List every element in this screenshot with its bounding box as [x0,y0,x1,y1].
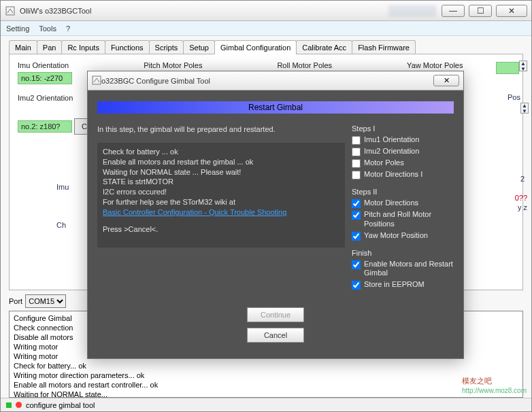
peek-pos-label: Pos [508,93,520,101]
watermark: 模友之吧 http://www.moz8.com [462,371,527,394]
chk-imu1-orientation[interactable]: Imu1 Orientation [352,135,454,145]
finish-title: Finish [352,249,454,257]
port-select[interactable]: COM15 [25,294,66,308]
maximize-button[interactable]: ☐ [469,5,492,17]
dialog-close-button[interactable]: ✕ [433,75,459,86]
menu-help[interactable]: ? [66,24,70,33]
log-line: Check for battery... ok [14,362,86,370]
log-line: Writing motor direction parameters... ok [14,371,144,379]
tab-gimbal-configuration[interactable]: Gimbal Configuration [214,40,297,54]
tab-rcinputs[interactable]: Rc Inputs [61,40,105,54]
peek-ch-short: Ch [56,221,66,229]
log-line: Configure Gimbal [14,314,72,322]
dialog-titlebar[interactable]: o323BGC Configure Gimbal Tool ✕ [88,71,463,90]
label-roll-poles: Roll Motor Poles [277,61,332,69]
steps2-title: Steps II [352,188,454,196]
peek-line-3: y z [518,203,527,211]
svg-rect-1 [93,76,101,84]
steps2-group: Steps II Motor Directions Pitch and Roll… [352,188,454,241]
label-imu-orientation: Imu Orientation [18,61,69,69]
tab-flash-firmware[interactable]: Flash Firmware [352,40,416,54]
log-line: Check connection [14,324,73,332]
dialog-icon [92,75,101,86]
dialog-log-line: Check for battery ... ok [103,147,339,157]
dialog-log-line: STATE is strtMOTOR [103,177,339,187]
tab-calibrate-acc[interactable]: Calibrate Acc [296,40,352,54]
chk-imu2-orientation[interactable]: Imu2 Orientation [352,147,454,156]
dialog-log-line: I2C errors occured! [103,187,339,197]
chk-yaw-position[interactable]: Yaw Motor Position [352,231,454,241]
finish-group: Finish Enable Motors and Restart Gimbal … [352,249,454,290]
window-title: OlliW's o323BGCTool [20,7,388,15]
dialog-press-cancel: Press >Cancel<. [103,224,339,235]
dialog-log-line: Enable all motors and restart the gimbal… [103,157,339,167]
menubar: Setting Tools ? [1,21,531,36]
port-label: Port [9,297,22,305]
close-button[interactable]: ✕ [496,5,527,17]
tab-functions[interactable]: Functions [105,40,150,54]
tabs: Main Pan Rc Inputs Functions Scripts Set… [9,40,523,54]
steps1-title: Steps I [352,124,454,133]
dialog-body: Restart Gimbal In this step, the gimbal … [88,90,463,358]
statusbar: configure gimbal tool [1,398,531,411]
dialog-left: In this step, the gimbal will be prepare… [97,124,352,298]
titlebar-blur [388,5,436,17]
tab-main[interactable]: Main [9,40,37,54]
log-line: Waiting for NORMAL state... [14,390,107,398]
imu2-orientation-value[interactable]: no.2: z180? [18,120,72,133]
tab-setup[interactable]: Setup [183,40,215,54]
status-green-icon [6,402,12,408]
dialog-heading: Restart Gimbal [97,101,454,114]
peek-line-2: 0?? [515,194,527,202]
dialog-buttons: Continue Cancel [88,298,463,351]
tab-pan[interactable]: Pan [37,40,63,54]
dialog-intro: In this step, the gimbal will be prepare… [97,124,345,135]
dialog-log-line: Waiting for NORMAL state ... Please wait… [103,167,339,177]
app-icon [5,5,16,16]
steps1-group: Steps I Imu1 Orientation Imu2 Orientatio… [352,124,454,179]
dialog-log-box: Check for battery ... ok Enable all moto… [97,143,345,247]
chk-store-eeprom[interactable]: Store in EEPROM [352,280,454,290]
configure-gimbal-dialog: o323BGC Configure Gimbal Tool ✕ Restart … [87,71,464,359]
minimize-button[interactable]: — [442,5,465,17]
chk-enable-restart[interactable]: Enable Motors and Restart Gimbal [352,260,454,279]
peek-line-0: 2 [520,175,525,183]
chk-motor-directions[interactable]: Motor Directions [352,199,454,208]
tab-scripts[interactable]: Scripts [149,40,184,54]
log-line: Enable all motors and restart controller… [14,381,158,389]
label-yaw-poles: Yaw Motor Poles [407,61,463,69]
status-red-icon [16,402,22,408]
chk-pitch-roll-positions[interactable]: Pitch and Roll Motor Positions [352,210,454,229]
dialog-steps-panel: Steps I Imu1 Orientation Imu2 Orientatio… [352,124,454,298]
window-controls: — ☐ ✕ [442,5,527,17]
log-line: Disable all motors [14,333,73,341]
dialog-help-link[interactable]: Basic Controller Configuration - Quick T… [103,208,286,216]
peek-green-box: ▲▼ [496,61,527,74]
peek-imu-short: Imu [56,183,69,191]
menu-setting[interactable]: Setting [6,24,29,33]
log-line: Writing motor [14,352,58,360]
imu-orientation-value[interactable]: no.15: -z270 [18,72,72,84]
titlebar[interactable]: OlliW's o323BGCTool — ☐ ✕ [1,1,531,21]
chk-motor-directions-i[interactable]: Motor Directions I [352,170,454,179]
menu-tools[interactable]: Tools [39,24,56,33]
peek-spin2: ▲▼ [520,103,529,114]
svg-rect-0 [6,7,14,15]
label-pitch-poles: Pitch Motor Poles [144,61,202,69]
chk-motor-poles[interactable]: Motor Poles [352,158,454,168]
dialog-log-line: For further help see the STorM32 wiki at [103,197,339,207]
log-line: Writing motor [14,343,58,351]
dialog-title: o323BGC Configure Gimbal Tool [101,77,433,85]
continue-button: Continue [247,307,304,322]
status-text: configure gimbal tool [26,401,95,409]
cancel-button[interactable]: Cancel [247,328,304,343]
